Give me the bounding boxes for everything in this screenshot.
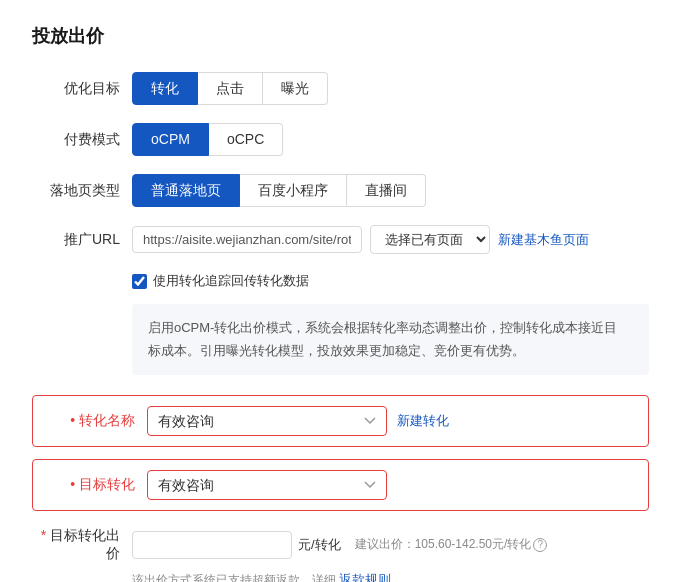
landing-page-type-group: 普通落地页 百度小程序 直播间 [132,174,426,207]
target-conversion-select-row: 有效咨询 [147,470,387,500]
promote-url-label: 推广URL [32,231,120,249]
target-conversion-required-dot: • 目标转化 [47,476,135,494]
optimization-target-group: 转化 点击 曝光 [132,72,328,105]
conversion-name-select-row: 有效咨询 [147,406,387,436]
target-bid-price-label: * 目标转化出价 [32,527,120,563]
landing-page-type-label: 落地页类型 [32,182,120,200]
conversion-name-select[interactable]: 有效咨询 [147,406,387,436]
question-icon[interactable]: ? [533,538,547,552]
hint-text: 该出价方式系统已支持超额返款，详细 [132,573,336,582]
suggest-price-text: 建议出价：105.60-142.50元/转化 [355,536,532,553]
new-page-link[interactable]: 新建基木鱼页面 [498,231,589,249]
target-conversion-select[interactable]: 有效咨询 [147,470,387,500]
payment-mode-label: 付费模式 [32,131,120,149]
track-conversion-label: 使用转化追踪回传转化数据 [153,272,309,290]
new-conversion-link[interactable]: 新建转化 [397,412,449,430]
refund-rules-link[interactable]: 返款规则 [339,572,391,582]
btn-landing-live[interactable]: 直播间 [347,174,426,207]
optimization-target-label: 优化目标 [32,80,120,98]
conversion-name-required-dot: • 转化名称 [47,412,135,430]
btn-opt-conversion[interactable]: 转化 [132,72,198,105]
btn-pay-ocpc[interactable]: oCPC [209,123,283,156]
promote-url-select[interactable]: 选择已有页面 [370,225,490,254]
price-unit: 元/转化 [298,536,341,554]
target-conversion-box: • 目标转化 有效咨询 [32,459,649,511]
btn-pay-ocpm[interactable]: oCPM [132,123,209,156]
btn-opt-click[interactable]: 点击 [198,72,263,105]
page-title: 投放出价 [32,24,649,48]
btn-landing-miniapp[interactable]: 百度小程序 [240,174,347,207]
btn-opt-exposure[interactable]: 曝光 [263,72,328,105]
info-box: 启用oCPM-转化出价模式，系统会根据转化率动态调整出价，控制转化成本接近目 标… [132,304,649,375]
track-conversion-checkbox[interactable] [132,274,147,289]
conversion-name-box: • 转化名称 有效咨询 新建转化 [32,395,649,447]
hint-row: 该出价方式系统已支持超额返款，详细 返款规则 [132,571,649,582]
payment-mode-group: oCPM oCPC [132,123,283,156]
promote-url-input[interactable] [132,226,362,253]
promote-url-row: 选择已有页面 新建基木鱼页面 [132,225,589,254]
btn-landing-normal[interactable]: 普通落地页 [132,174,240,207]
target-bid-price-input[interactable] [132,531,292,559]
